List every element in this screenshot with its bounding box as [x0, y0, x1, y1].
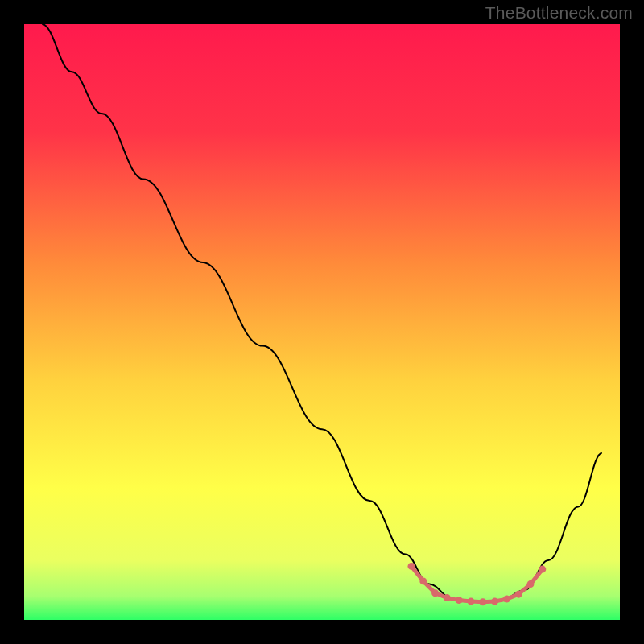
chart-container: TheBottleneck.com — [0, 0, 644, 644]
bottleneck-chart — [0, 0, 644, 644]
marker-dot — [515, 591, 522, 598]
marker-dot — [491, 598, 498, 605]
plot-area — [24, 24, 620, 620]
marker-dot — [431, 589, 439, 597]
marker-dot — [539, 566, 546, 573]
marker-dot — [503, 596, 510, 603]
marker-dot — [479, 598, 486, 605]
marker-dot — [468, 598, 475, 605]
marker-dot — [444, 594, 451, 601]
marker-dot — [419, 577, 427, 584]
marker-dot — [456, 597, 463, 604]
watermark-text: TheBottleneck.com — [485, 3, 633, 23]
marker-dot — [527, 580, 535, 588]
marker-dot — [408, 563, 415, 570]
